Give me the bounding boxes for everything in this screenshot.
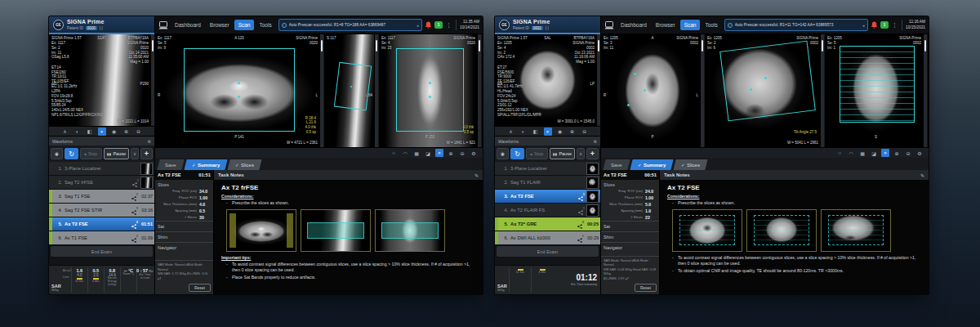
localizer-viewport[interactable]: SIGNA Prime 1.5TEx: 1117Se: 2Im: 11OSag … (49, 34, 154, 126)
refresh-button[interactable]: ↻ (65, 148, 78, 159)
scan-viewport[interactable]: Ex: 1117Se: 5Im: 9 SIGNA Prime0020 A 120… (155, 34, 324, 147)
panes-icon[interactable]: ◪ (870, 149, 878, 157)
parameter-value[interactable]: 1.0 (645, 208, 657, 213)
visibility-icon[interactable]: ◉ (110, 128, 118, 136)
visibility-button[interactable]: ◉ (497, 148, 509, 159)
end-exam-button[interactable]: End Exam (497, 246, 599, 257)
parameter-value[interactable]: 22 (645, 215, 657, 220)
scan-viewport[interactable]: Ex: 1205Se: 2Im: 6 SIGNA Prime0002 W = 5… (705, 34, 825, 147)
parameter-section[interactable]: Sat (155, 221, 213, 231)
protocol-row[interactable]: 1. 3-Plane Localizer (495, 162, 600, 176)
stop-button[interactable]: ■Stop (80, 148, 102, 159)
localizer-viewport[interactable]: SIGNA Prime 1.5TEx: 1205Se: 4Im: 2OAx 17… (495, 34, 600, 126)
add-series-button[interactable]: + (586, 148, 599, 159)
image-scrollbar[interactable] (319, 34, 323, 147)
collapse-chevron-icon[interactable]: ∧ (61, 128, 69, 136)
add-series-button[interactable]: + (140, 148, 153, 159)
prescription-graphic[interactable] (601, 34, 704, 147)
pause-button[interactable]: ▮▮Pause (104, 148, 129, 159)
parameter-value[interactable]: 1.00 (645, 195, 657, 200)
protocol-row[interactable]: 2. Sag T2 frFSE 1 (49, 176, 154, 190)
tab-summary[interactable]: ✓Summary (184, 159, 227, 170)
protocol-row[interactable]: 6. Ax DWI ALL b1000 1 00:29 (495, 231, 600, 245)
end-exam-button[interactable]: End Exam (51, 246, 153, 257)
parameter-value[interactable]: 1.00 (199, 195, 211, 200)
prescan-notification[interactable]: i Auto Prescan successful. R1=11 TG=142 … (724, 19, 868, 31)
nav-tab[interactable]: Scan (680, 20, 701, 30)
alerts-bell-icon[interactable] (425, 21, 432, 29)
panes-icon[interactable]: ◪ (424, 149, 432, 157)
brightness-icon[interactable]: ☼ (390, 149, 398, 157)
layout-icon[interactable]: ◧ (532, 128, 540, 136)
parameter-section[interactable]: Sat (601, 221, 659, 231)
patient-id-value[interactable]: 0002 (532, 26, 543, 30)
chevron-down-icon[interactable]: ∨ (577, 148, 585, 159)
protocol-row[interactable]: 6. Ax T1 FSE 2 01:09 (49, 231, 154, 245)
zoom-in-icon[interactable]: ⊕ (568, 128, 577, 136)
stop-button[interactable]: ■Stop (526, 148, 548, 159)
scan-viewport[interactable]: S 117 L 84 (324, 34, 379, 147)
tab-save[interactable]: Save (157, 159, 184, 170)
layout-icon[interactable]: ◧ (86, 128, 94, 136)
reset-button[interactable]: Reset (189, 284, 211, 292)
settings-gear-icon[interactable]: ⚙ (470, 149, 478, 157)
patient-collapse-control[interactable]: [-] (100, 26, 103, 30)
visibility-button[interactable]: ◉ (51, 148, 63, 159)
image-scrollbar[interactable] (700, 34, 704, 147)
pause-button[interactable]: ▮▮Pause (550, 148, 575, 159)
prescription-graphic[interactable] (705, 34, 824, 147)
image-scrollbar[interactable] (477, 34, 481, 147)
protocol-row[interactable]: 2. Sag T1 FLAIR (495, 176, 600, 190)
refresh-button[interactable]: ↻ (510, 148, 524, 159)
prescription-graphic[interactable] (379, 34, 481, 147)
prescription-graphic[interactable] (825, 34, 927, 147)
patient-id-value[interactable]: 0020 (86, 26, 97, 30)
signal-icon[interactable]: ◠ (401, 149, 409, 157)
zoom-out-icon[interactable]: ⊖ (458, 149, 466, 157)
console-icon[interactable] (604, 21, 614, 29)
nav-tab[interactable]: Tools (255, 20, 275, 30)
patient-collapse-control[interactable]: [-] (546, 26, 549, 30)
collapse-chevron-icon[interactable]: ∧ (507, 128, 515, 136)
grid-layout-icon[interactable]: ▦ (858, 149, 866, 157)
parameter-section[interactable]: Navigator (155, 242, 213, 260)
grid-layout-icon[interactable]: ▦ (412, 149, 421, 157)
edit-pencil-icon[interactable]: ✎ (474, 172, 479, 178)
alerts-bell-icon[interactable] (871, 21, 878, 29)
zoom-out-icon[interactable]: ⊖ (904, 149, 912, 157)
image-scrollbar[interactable] (923, 34, 927, 147)
close-icon[interactable]: × (544, 128, 552, 136)
chat-icon[interactable]: 1 (434, 21, 443, 29)
gear-icon[interactable]: ⚙ (148, 139, 151, 144)
parameter-value[interactable]: 34.0 (199, 189, 211, 194)
close-icon[interactable]: × (881, 149, 889, 157)
parameter-section[interactable]: Navigator (601, 242, 659, 256)
tab-slices[interactable]: ✓Slices (227, 159, 261, 170)
zoom-in-icon[interactable]: ⊕ (122, 128, 131, 136)
zoom-in-icon[interactable]: ⊕ (893, 149, 901, 157)
close-icon[interactable]: × (435, 149, 443, 157)
window-level-icon[interactable]: ◐ (74, 128, 82, 136)
nav-tab[interactable]: Dashboard (171, 20, 205, 30)
window-level-icon[interactable]: ◐ (519, 128, 528, 136)
tab-summary[interactable]: ✓Summary (630, 159, 673, 170)
prescription-graphic[interactable] (155, 34, 323, 147)
menu-kebab-icon[interactable]: ⋮ (445, 22, 452, 29)
gear-icon[interactable]: ⚙ (594, 139, 597, 144)
image-scrollbar[interactable] (150, 34, 154, 126)
scan-viewport[interactable]: Ex: 1205Se: 3Im: 11 SIGNA Prime0002 A R … (601, 34, 705, 147)
nav-tab[interactable]: Dashboard (617, 20, 651, 30)
parameter-value[interactable]: 0.5 (199, 208, 211, 213)
image-scrollbar[interactable] (596, 34, 600, 126)
close-icon[interactable]: × (98, 128, 106, 136)
protocol-row[interactable]: 3. Sag T1 FSE 2 02:37 (49, 190, 154, 204)
protocol-row[interactable]: 5. Ax T2* GRE 1 00:25 (495, 217, 600, 231)
nav-tab[interactable]: Scan (234, 20, 255, 30)
zoom-in-icon[interactable]: ⊕ (447, 149, 455, 157)
reset-button[interactable]: Reset (635, 284, 657, 292)
brightness-icon[interactable]: ☼ (835, 149, 844, 157)
parameter-section[interactable]: Shim (601, 231, 659, 242)
visibility-icon[interactable]: ◉ (556, 128, 564, 136)
parameter-value[interactable]: 4.0 (199, 202, 211, 207)
menu-kebab-icon[interactable]: ⋮ (891, 22, 898, 29)
